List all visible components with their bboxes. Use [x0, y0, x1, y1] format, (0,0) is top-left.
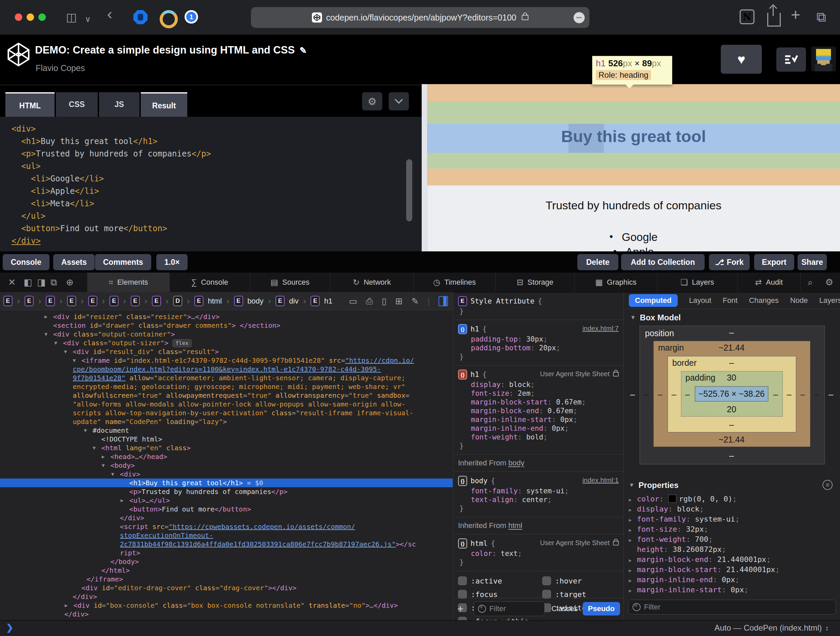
footer-button-delete[interactable]: Delete	[577, 254, 618, 270]
pseudo-checkbox-focus-within[interactable]: :focus-within	[458, 617, 542, 620]
tab-overview-icon[interactable]: ⧉	[816, 9, 826, 24]
style-rule-style-attribute[interactable]: EStyle Attribute{}	[453, 292, 624, 320]
love-button[interactable]: ♥	[721, 45, 762, 74]
style-rule-body[interactable]: {}body{index.html:1font-family: system-u…	[453, 472, 624, 517]
pane-resizer[interactable]	[422, 84, 428, 251]
computed-property-color[interactable]: ▶color: rgb(0, 0, 0);	[629, 494, 835, 504]
dom-row-selected[interactable]: <h1>Buy this great tool</h1> = $0	[0, 479, 453, 487]
search-icon[interactable]: ⌕	[808, 277, 813, 287]
dom-row[interactable]: stopExecutionOnTimeout-	[0, 531, 453, 540]
pen-tab-html[interactable]: HTML	[5, 92, 55, 118]
css-declaration[interactable]: text-align: center;	[458, 495, 619, 504]
style-rule-h1[interactable]: {}h1{User Agent Style Sheetdisplay: bloc…	[453, 365, 624, 455]
footer-button-assets[interactable]: Assets	[53, 254, 95, 270]
new-tab-icon[interactable]: +	[791, 8, 800, 22]
details-sidebar-toggle-icon[interactable]	[439, 296, 448, 306]
dom-row[interactable]: 2c7831bb44f98c1391d6a4ffda0e1fd302503391…	[0, 540, 453, 548]
breadcrumb-item-div[interactable]: Ediv	[276, 296, 298, 306]
stylesheet-link[interactable]: index.html:1	[582, 477, 619, 484]
ruler-icon[interactable]: ▭	[349, 296, 357, 307]
css-declaration[interactable]: color: text;	[458, 549, 619, 558]
computed-property-margin-inline-start[interactable]: ▶margin-inline-start: 0px;	[629, 585, 835, 595]
details-tab-layout[interactable]: Layout	[689, 296, 711, 305]
footer-button-fork[interactable]: ⎇Fork	[709, 254, 750, 270]
page-settings-icon[interactable]: •••	[573, 12, 585, 23]
dom-row[interactable]: ▼<div class="output-container">	[0, 330, 453, 338]
breadcrumb-item-html[interactable]: Ehtml	[194, 296, 222, 306]
computed-property-margin-block-end[interactable]: ▶margin-block-end: 21.440001px;	[629, 554, 835, 565]
details-tab-changes[interactable]: Changes	[749, 296, 779, 305]
code-line[interactable]: <h1>Buy this great tool</h1>	[0, 135, 422, 148]
breadcrumb-item-h1[interactable]: Eh1	[311, 296, 332, 306]
footer-button-console[interactable]: Console	[3, 254, 49, 270]
codepen-logo[interactable]	[8, 42, 30, 68]
grid-overlay-icon[interactable]: ⊞	[395, 296, 403, 307]
dom-row[interactable]: <script src="https://cpwebassets.codepen…	[0, 522, 453, 531]
dom-row[interactable]: 9f7b01541e28" allow="accelerometer; ambi…	[0, 373, 453, 382]
notion-icon[interactable]: N	[740, 9, 755, 24]
address-bar[interactable]: codepen.io/flaviocopes/pen/abjpowY?edito…	[251, 7, 589, 28]
breadcrumb-item-body[interactable]: Ebody	[234, 296, 264, 306]
chevron-down-icon[interactable]: ∨	[85, 13, 91, 25]
dom-row[interactable]: ▼<iframe id="index.html-e1c74370-9782-c4…	[0, 356, 453, 365]
dom-row[interactable]: ▼<body>	[0, 461, 453, 470]
code-line[interactable]: </ul>	[0, 210, 422, 222]
css-declaration[interactable]: padding-bottom: 20px;	[458, 343, 619, 352]
dom-row[interactable]: update" name="CodePen" loading="lazy">	[0, 417, 453, 426]
dom-row[interactable]: ▶<head>…</head>	[0, 452, 453, 461]
frame-selector[interactable]: Auto — CodePen (index.html)↕	[714, 623, 829, 633]
edit-title-icon[interactable]: ✎	[299, 46, 307, 55]
style-rule-h1[interactable]: {}h1{index.html:7padding-top: 30px;paddi…	[453, 320, 624, 365]
footer-button-add-to-collection[interactable]: Add to Collection	[621, 254, 704, 270]
details-tab-computed[interactable]: Computed	[629, 294, 678, 307]
computed-property-height[interactable]: height: 38.260872px;	[629, 545, 835, 554]
breadcrumb-badge[interactable]: E	[46, 296, 55, 306]
dom-row[interactable]: ▶<div id="box-console" class="box box-co…	[0, 601, 453, 610]
dom-row[interactable]: ▼<div class="output-sizer">flex	[0, 338, 453, 347]
breadcrumb-badge[interactable]: D	[173, 296, 182, 306]
dom-row[interactable]: ▶<div id="resizer" class="resizer">…</di…	[0, 312, 453, 321]
inspector-tab-timelines[interactable]: ◷Timelines	[414, 272, 496, 292]
dom-row[interactable]: ▼<div id="result_div" class="result">	[0, 347, 453, 356]
editor-layout-button[interactable]	[776, 47, 806, 72]
properties-menu-icon[interactable]: ≡	[823, 480, 832, 490]
details-tab-font[interactable]: Font	[723, 296, 737, 305]
breadcrumb-badge[interactable]: E	[25, 296, 34, 306]
dom-row[interactable]: </iframe>	[0, 575, 453, 584]
dom-row[interactable]: allowfullscreen="true" allowpaymentreque…	[0, 391, 453, 400]
details-tab-layers[interactable]: Layers	[819, 296, 840, 305]
edit-icon[interactable]: ✎	[411, 296, 418, 307]
inspector-tab-elements[interactable]: ⌗Elements	[87, 272, 170, 292]
dom-row[interactable]: <p>Trusted by hundreds of companies</p>	[0, 487, 453, 496]
properties-header[interactable]: ▼Properties	[629, 480, 835, 490]
dom-row[interactable]: </body>	[0, 557, 453, 566]
dock-right-icon[interactable]: ◨	[37, 277, 46, 287]
inspector-tab-audit[interactable]: ⇄Audit	[737, 272, 801, 292]
dom-row[interactable]: cpe/boomboom/index.html?editors=1100&key…	[0, 365, 453, 373]
breadcrumb-badge[interactable]: E	[152, 296, 161, 306]
dom-row[interactable]: </div>	[0, 592, 453, 601]
dom-row[interactable]: </div>	[0, 513, 453, 522]
code-line[interactable]: <li>Meta</li>	[0, 198, 422, 210]
inspector-tab-network[interactable]: ↻Network	[330, 272, 414, 292]
box-model-header[interactable]: ▼Box Model	[630, 313, 681, 323]
inspector-tab-storage[interactable]: ⊟Storage	[496, 272, 575, 292]
dom-row[interactable]: <!DOCTYPE html>	[0, 435, 453, 444]
content-blocker-extension-icon[interactable]	[133, 10, 147, 24]
dom-row[interactable]: scripts allow-top-navigation-by-user-act…	[0, 409, 453, 417]
pseudo-checkbox-focus[interactable]: :focus	[458, 590, 542, 599]
dock-left-icon[interactable]: ◧	[24, 277, 32, 287]
footer-button-share[interactable]: Share	[797, 254, 827, 270]
editor-scrollbar[interactable]	[406, 159, 412, 221]
pseudo-checkbox-hover[interactable]: :hover	[542, 576, 619, 585]
css-declaration[interactable]: font-size: 2em;	[458, 389, 619, 398]
breadcrumb-badge[interactable]: E	[131, 296, 140, 306]
print-styles-icon[interactable]: ⎙	[366, 296, 373, 307]
inspector-tab-layers[interactable]: ❏Layers	[657, 272, 737, 292]
footer-button-comments[interactable]: Comments	[95, 254, 151, 270]
dom-row[interactable]: <div id="editor-drag-cover" class="drag-…	[0, 584, 453, 592]
detach-window-icon[interactable]: ⧉	[51, 277, 57, 287]
settings-gear-icon[interactable]: ⚙	[825, 277, 833, 287]
dom-row[interactable]: ▼#document	[0, 426, 453, 435]
dom-row[interactable]: ript>	[0, 548, 453, 557]
